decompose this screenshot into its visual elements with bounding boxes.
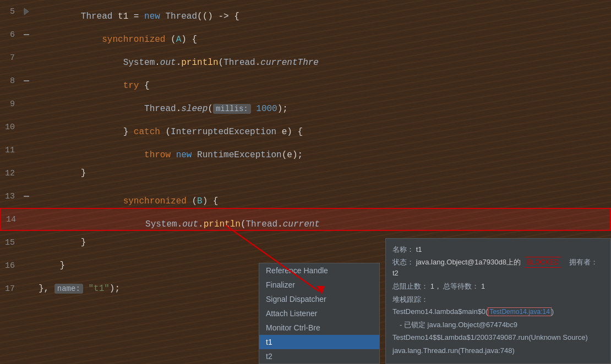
gutter-6 [19,30,33,39]
owner-label: 拥有者： [569,258,598,266]
thread-item-t1[interactable]: t1 [259,335,379,349]
line-number-9: 9 [0,100,19,109]
wait-value: 1 [481,282,485,290]
line-number-12: 12 [0,169,19,178]
blocked-value: 1， [430,282,441,290]
code-line-6: 6 synchronized (A) { [0,23,611,46]
line-10-content: } catch (InterruptedException e) { [33,117,611,137]
line-number-15: 15 [0,238,19,247]
info-panel: 名称： t1 状态： java.lang.Object@1a7930d8上的 B… [385,238,611,365]
stack-line1-prefix: TestDemo14.lambda$main$0( [392,307,488,316]
thread-item-t2[interactable]: t2 [259,349,379,363]
gutter-13 [19,192,33,201]
code-editor: 5 Thread t1 = new Thread(() -> { 6 synch… [0,0,611,364]
line-9-content: Thread.sleep(millis: 1000); [33,94,611,114]
stack-line-4: java.lang.Thread.run(Thread.java:748) [392,345,604,356]
code-line-8: 8 try { [0,69,611,92]
info-state-row: 状态： java.lang.Object@1a7930d8上的 BLOCKED … [392,257,604,279]
svg-rect-1 [24,34,29,35]
stack-line4-text: java.lang.Thread.run(Thread.java:748) [392,346,515,355]
stack-section: 堆栈跟踪： TestDemo14.lambda$main$0(TestDemo1… [392,295,604,356]
line-5-content: Thread t1 = new Thread(() -> { [33,2,611,21]
code-line-7: 7 System.out.println(Thread.currentThre [0,46,611,69]
stack-line-2: - 已锁定 java.lang.Object@67474bc9 [392,319,604,330]
info-blocked-row: 总阻止数： 1， 总等待数： 1 [392,281,604,292]
line-6-content: synchronized (A) { [33,25,611,45]
line-8-content: try { [33,71,611,91]
stack-title: 堆栈跟踪： [392,295,604,305]
stack-line2-text: - 已锁定 java.lang.Object@67474bc9 [392,321,517,329]
gutter-8 [19,76,33,85]
code-line-13: 13 synchronized (B) { [0,185,611,208]
stack-link-1[interactable]: TestDemo14.java:14 [488,307,551,316]
stack-line-3: TestDemo14$$Lambda$1/2003749087.run(Unkn… [392,332,604,343]
code-line-11: 11 throw new RuntimeException(e); [0,139,611,162]
state-value: java.lang.Object@1a7930d8上的 [416,258,521,266]
stack-line3-text: TestDemo14$$Lambda$1/2003749087.run(Unkn… [392,333,588,341]
code-line-9: 9 Thread.sleep(millis: 1000); [0,92,611,115]
code-line-12: 12 } [0,162,611,185]
line-number-14: 14 [1,215,20,224]
line-7-content: System.out.println(Thread.currentThre [33,48,611,68]
line-number-11: 11 [0,146,19,155]
line-number-17: 17 [0,284,19,294]
svg-rect-2 [24,80,29,81]
line-number-13: 13 [0,192,19,201]
svg-marker-0 [24,8,29,15]
line-13-content: synchronized (B) { [33,186,611,206]
gutter-5 [19,7,33,16]
info-name-row: 名称： t1 [392,244,604,255]
line-11-content: throw new RuntimeException(e); [33,140,611,160]
wait-label: 总等待数： [443,282,479,290]
line-number-6: 6 [0,30,19,40]
line-number-5: 5 [0,7,19,16]
line-number-7: 7 [0,53,19,63]
code-line-5: 5 Thread t1 = new Thread(() -> { [0,0,611,23]
line-12-content: } [33,168,611,178]
blocked-badge: BLOCKED [525,257,561,268]
red-arrow [209,220,402,330]
stack-line-1: TestDemo14.lambda$main$0(TestDemo14.java… [392,306,604,317]
svg-rect-3 [24,196,29,197]
code-line-10: 10 } catch (InterruptedException e) { [0,115,611,139]
svg-line-4 [226,225,319,291]
line-number-10: 10 [0,123,19,132]
name-value: t1 [416,245,422,253]
line-number-16: 16 [0,261,19,271]
line-number-8: 8 [0,76,19,86]
